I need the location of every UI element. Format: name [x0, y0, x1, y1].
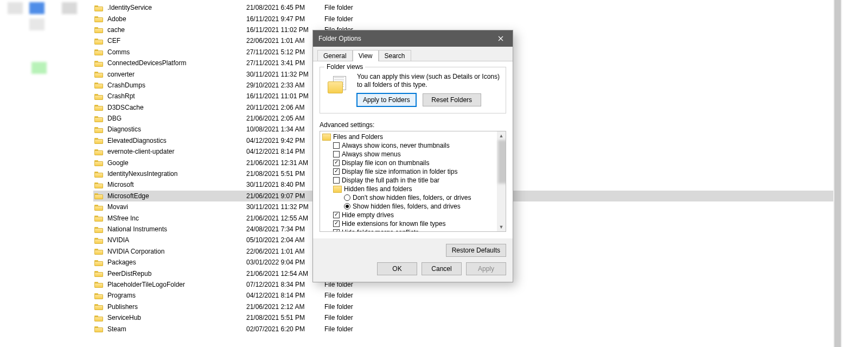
tree-item[interactable]: Display the full path in the title bar — [322, 176, 503, 185]
folder-icon — [322, 134, 331, 141]
table-row[interactable]: Adobe16/11/2021 9:47 PMFile folder — [93, 13, 834, 24]
tree-scrollbar[interactable]: ▲ ▼ — [497, 131, 506, 231]
reset-folders-button[interactable]: Reset Folders — [423, 93, 481, 106]
tree-label: Hide extensions for known file types — [342, 220, 445, 228]
checkbox[interactable] — [333, 142, 340, 149]
tree-label: Display file size information in folder … — [342, 168, 457, 176]
scroll-up-icon[interactable]: ▲ — [497, 131, 506, 140]
file-name: converter — [107, 69, 246, 80]
tree-label: Hide empty drives — [342, 211, 394, 219]
table-row[interactable]: .IdentityService21/08/2021 6:45 PMFile f… — [93, 2, 834, 13]
file-name: ElevatedDiagnostics — [107, 135, 246, 146]
tree-group: Files and Folders — [322, 133, 503, 141]
tree-item[interactable]: Display file size information in folder … — [322, 167, 503, 176]
folder-icon — [94, 325, 103, 332]
scrollbar-thumb[interactable] — [834, 0, 841, 347]
file-name: CEF — [107, 35, 246, 46]
file-type: File folder — [324, 324, 498, 335]
tree-label: Always show icons, never thumbnails — [342, 142, 450, 150]
radio[interactable] — [344, 203, 350, 210]
tree-label: Always show menus — [342, 150, 401, 159]
file-name: NVIDIA Corporation — [107, 246, 246, 257]
file-type: File folder — [324, 2, 498, 13]
file-name: Publishers — [107, 301, 246, 312]
tab-view[interactable]: View — [353, 50, 379, 61]
tree-item[interactable]: Show hidden files, folders, and drives — [322, 202, 503, 211]
checkbox[interactable] — [333, 177, 340, 184]
tree-item[interactable]: Hide folder merge conflicts — [322, 228, 503, 232]
file-name: D3DSCache — [107, 102, 246, 113]
folder-icon — [94, 281, 103, 288]
scrollbar-thumb[interactable] — [498, 140, 506, 184]
file-date: 21/08/2021 6:45 PM — [246, 2, 324, 13]
checkbox[interactable] — [333, 160, 340, 166]
folder-icon — [94, 71, 103, 78]
thumb-icon — [62, 2, 77, 14]
folder-icon — [94, 48, 103, 55]
folder-icon — [94, 4, 103, 11]
file-name: Steam — [107, 324, 246, 335]
ok-button[interactable]: OK — [377, 262, 417, 275]
tree-label: Hidden files and folders — [344, 185, 412, 193]
file-name: Comms — [107, 47, 246, 58]
folder-icon — [94, 137, 103, 144]
table-row[interactable]: Publishers21/06/2021 2:12 AMFile folder — [93, 301, 834, 312]
checkbox[interactable] — [333, 220, 340, 227]
tree-item[interactable]: Always show icons, never thumbnails — [322, 141, 503, 150]
checkbox[interactable] — [333, 151, 340, 157]
tree-item[interactable]: Hide extensions for known file types — [322, 219, 503, 228]
table-row[interactable]: ServiceHub21/08/2021 5:51 PMFile folder — [93, 312, 834, 323]
main-scrollbar[interactable] — [833, 0, 842, 347]
folder-icon — [94, 171, 103, 178]
close-icon[interactable] — [489, 30, 513, 47]
tree-label: Hide folder merge conflicts — [342, 229, 419, 232]
tree-item[interactable]: Hide empty drives — [322, 211, 503, 219]
file-name: National Instruments — [107, 224, 246, 235]
file-type: File folder — [324, 312, 498, 323]
tree-item[interactable]: Display file icon on thumbnails — [322, 159, 503, 167]
thumb-icon — [8, 2, 23, 14]
folder-icon — [94, 204, 103, 211]
dialog-footer: Restore Defaults OK Cancel Apply — [313, 238, 513, 282]
apply-button[interactable]: Apply — [466, 262, 506, 275]
folder-icon — [94, 159, 103, 166]
folder-icon — [94, 292, 103, 299]
cancel-button[interactable]: Cancel — [422, 262, 462, 275]
folder-views-legend: Folder views — [324, 63, 365, 71]
advanced-settings-tree[interactable]: Files and FoldersAlways show icons, neve… — [320, 131, 506, 232]
tree-item[interactable]: Always show menus — [322, 150, 503, 159]
advanced-settings-label: Advanced settings: — [320, 121, 506, 129]
checkbox[interactable] — [333, 229, 340, 232]
folder-views-desc: You can apply this view (such as Details… — [357, 73, 500, 89]
tree-item[interactable]: Don't show hidden files, folders, or dri… — [322, 193, 503, 202]
tab-search[interactable]: Search — [379, 50, 411, 61]
table-row[interactable]: Programs04/12/2021 8:14 PMFile folder — [93, 290, 834, 301]
dialog-titlebar[interactable]: Folder Options — [313, 30, 513, 47]
file-name: evernote-client-updater — [107, 146, 246, 157]
file-date: 04/12/2021 8:14 PM — [246, 290, 324, 301]
file-name: ServiceHub — [107, 312, 246, 323]
file-name: CrashRpt — [107, 91, 246, 102]
file-name: Google — [107, 157, 246, 168]
folder-icon — [94, 26, 103, 33]
file-date: 02/07/2021 6:20 PM — [246, 324, 324, 335]
apply-to-folders-button[interactable]: Apply to Folders — [357, 93, 416, 106]
file-date: 21/08/2021 5:51 PM — [246, 312, 324, 323]
tree-label: Display file icon on thumbnails — [342, 159, 429, 167]
folder-views-group: Folder views You can apply this view (su… — [320, 67, 506, 113]
thumb-icon — [29, 18, 44, 30]
file-name: .IdentityService — [107, 2, 246, 13]
file-name: Adobe — [107, 14, 246, 24]
checkbox[interactable] — [333, 168, 340, 175]
radio[interactable] — [344, 194, 350, 201]
table-row[interactable]: Steam02/07/2021 6:20 PMFile folder — [93, 323, 834, 334]
restore-defaults-button[interactable]: Restore Defaults — [446, 244, 506, 257]
folder-icon — [94, 115, 103, 122]
checkbox[interactable] — [333, 212, 340, 218]
tree-label: Don't show hidden files, folders, or dri… — [353, 194, 471, 202]
tab-general[interactable]: General — [317, 50, 353, 61]
folder-icon — [94, 259, 103, 266]
folder-icon — [94, 148, 103, 155]
thumb-icon — [29, 2, 44, 14]
scroll-down-icon[interactable]: ▼ — [497, 223, 506, 231]
